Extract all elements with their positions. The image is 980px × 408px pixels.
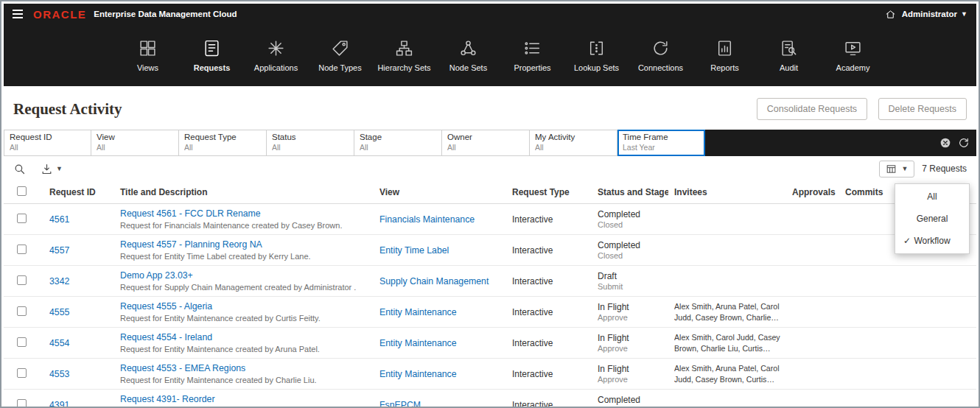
search-icon[interactable] — [13, 163, 26, 175]
filter-chip-request-type[interactable]: Request Type All — [179, 130, 267, 156]
request-title-link[interactable]: Request 4557 - Planning Reorg NA — [120, 239, 262, 250]
menu-item-label: Workflow — [914, 236, 950, 246]
table-row: 4555 Request 4555 - Algeria Request for … — [4, 297, 976, 328]
request-description: Request for Entity Maintenance created b… — [120, 314, 368, 323]
menu-item-general[interactable]: ✓ General — [895, 208, 969, 230]
column-filter-button[interactable]: ▼ — [879, 161, 914, 177]
filter-chip-request-id[interactable]: Request ID All — [4, 130, 91, 156]
row-checkbox[interactable] — [17, 245, 27, 254]
view-link[interactable]: FsnEPCM — [379, 400, 421, 408]
view-link[interactable]: Entity Maintenance — [379, 307, 457, 317]
nav-item-connections[interactable]: Connections — [629, 39, 693, 72]
requests-table: Request ID Title and Description View Re… — [4, 181, 976, 408]
filter-chip-value: All — [535, 143, 612, 152]
node-types-icon — [331, 39, 349, 57]
table-header-row: Request ID Title and Description View Re… — [4, 181, 976, 204]
request-count: 7 Requests — [922, 163, 967, 174]
home-icon[interactable] — [885, 9, 896, 20]
clear-filters-icon[interactable] — [939, 137, 951, 149]
nav-item-hierarchy-sets[interactable]: Hierarchy Sets — [372, 39, 436, 72]
filter-chip-status[interactable]: Status All — [267, 130, 354, 156]
column-header-request-type[interactable]: Request Type — [506, 181, 592, 204]
column-header-invitees[interactable]: Invitees — [668, 181, 786, 204]
status: In Flight — [598, 302, 662, 312]
reports-icon — [715, 39, 734, 57]
view-link[interactable]: Supply Chain Management — [379, 276, 489, 286]
request-id-link[interactable]: 3342 — [49, 276, 69, 286]
column-header-title-and-description[interactable]: Title and Description — [114, 181, 374, 204]
nav-item-label: Audit — [780, 63, 798, 72]
row-checkbox[interactable] — [17, 337, 27, 347]
request-type: Interactive — [512, 214, 553, 225]
request-title-link[interactable]: Request 4555 - Algeria — [120, 301, 212, 312]
filter-chip-label: Stage — [360, 133, 436, 141]
request-id-link[interactable]: 4391 — [49, 400, 69, 408]
column-header-approvals[interactable]: Approvals — [786, 181, 839, 204]
consolidate-requests-button[interactable]: Consolidate Requests — [757, 98, 867, 120]
request-id-link[interactable]: 4553 — [49, 369, 69, 379]
row-checkbox[interactable] — [17, 214, 27, 223]
row-checkbox[interactable] — [17, 275, 27, 285]
nav-item-audit[interactable]: Audit — [757, 39, 821, 72]
stage: Approve — [598, 313, 662, 322]
request-title-link[interactable]: Request 4391- Reorder — [120, 394, 215, 404]
views-icon — [139, 39, 157, 57]
request-type: Interactive — [512, 245, 553, 256]
nav-item-label: Academy — [836, 63, 870, 72]
nav-item-lookup-sets[interactable]: Lookup Sets — [564, 39, 629, 72]
user-menu[interactable]: Administrator ▼ — [902, 10, 967, 18]
audit-icon — [780, 39, 798, 57]
product-title: Enterprise Data Management Cloud — [94, 10, 237, 18]
filter-chip-label: Status — [272, 133, 349, 141]
delete-requests-button[interactable]: Delete Requests — [878, 98, 967, 120]
nav-item-requests[interactable]: Requests — [180, 39, 244, 72]
filter-chip-my-activity[interactable]: My Activity All — [530, 130, 617, 156]
filter-chip-label: Request ID — [10, 133, 85, 141]
nav-item-node-types[interactable]: Node Types — [308, 39, 372, 72]
nav-item-label: Connections — [638, 63, 683, 72]
row-checkbox[interactable] — [17, 368, 27, 378]
view-link[interactable]: Entity Maintenance — [379, 338, 457, 348]
request-id-link[interactable]: 4561 — [49, 214, 69, 225]
table-row: 4561 Request 4561 - FCC DLR Rename Reque… — [4, 204, 976, 235]
column-header-request-id[interactable]: Request ID — [43, 181, 114, 204]
request-title-link[interactable]: Request 4561 - FCC DLR Rename — [120, 208, 261, 219]
select-all-checkbox[interactable] — [17, 186, 27, 196]
column-header-status-and-stage[interactable]: Status and Stage — [592, 181, 668, 204]
node-sets-icon — [459, 39, 477, 57]
nav-item-node-sets[interactable]: Node Sets — [436, 39, 500, 72]
view-link[interactable]: Entity Time Label — [379, 245, 449, 256]
nav-item-properties[interactable]: Properties — [500, 39, 564, 72]
nav-item-views[interactable]: Views — [116, 39, 180, 72]
request-title-link[interactable]: Request 4554 - Ireland — [120, 332, 212, 342]
filter-chip-time-frame[interactable]: Time Frame Last Year — [617, 130, 705, 156]
refresh-icon[interactable] — [958, 137, 970, 149]
filter-chip-owner[interactable]: Owner All — [442, 130, 530, 156]
view-link[interactable]: Financials Maintenance — [379, 214, 475, 225]
filter-chip-stage[interactable]: Stage All — [354, 130, 442, 156]
request-id-link[interactable]: 4555 — [49, 307, 69, 317]
filter-chip-label: Owner — [447, 133, 524, 141]
menu-item-label: General — [917, 214, 948, 224]
nav-item-academy[interactable]: Academy — [821, 39, 885, 72]
nav-item-label: Hierarchy Sets — [377, 63, 430, 72]
row-checkbox[interactable] — [17, 306, 27, 316]
filter-chip-view[interactable]: View All — [91, 130, 179, 156]
menu-item-workflow[interactable]: ✓ Workflow — [895, 230, 969, 252]
request-title-link[interactable]: Request 4553 - EMEA Regions — [120, 363, 245, 373]
table-row: 3342 Demo App 23.03+ Request for Supply … — [4, 266, 976, 297]
request-id-link[interactable]: 4554 — [49, 338, 69, 348]
view-link[interactable]: Entity Maintenance — [379, 369, 457, 379]
request-title-link[interactable]: Demo App 23.03+ — [120, 270, 193, 281]
column-header-view[interactable]: View — [374, 181, 506, 204]
properties-icon — [523, 39, 542, 57]
request-type: Interactive — [512, 307, 553, 317]
nav-item-reports[interactable]: Reports — [693, 39, 757, 72]
menu-item-all[interactable]: ✓ All — [895, 186, 969, 208]
stage: Approve — [598, 344, 662, 353]
row-checkbox[interactable] — [17, 399, 27, 408]
nav-item-applications[interactable]: Applications — [244, 39, 308, 72]
hamburger-menu-icon[interactable] — [13, 10, 23, 18]
download-button[interactable]: ▼ — [41, 163, 63, 175]
request-id-link[interactable]: 4557 — [49, 245, 69, 256]
